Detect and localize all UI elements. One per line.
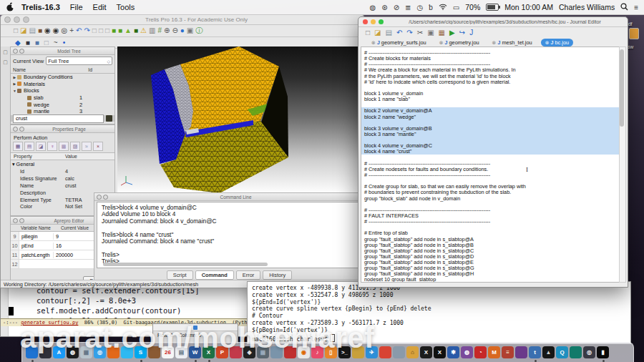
toolbar-icon[interactable]: ⊖ bbox=[172, 27, 177, 34]
notification-center-icon[interactable]: ≡ bbox=[634, 4, 638, 11]
toolbar-icon[interactable]: ◆ bbox=[15, 39, 21, 47]
toolbar-icon[interactable]: □ bbox=[14, 27, 18, 34]
dock-icon[interactable]: M bbox=[488, 346, 500, 358]
scrollbar-thumb[interactable] bbox=[620, 49, 624, 127]
toolbar-icon[interactable]: • bbox=[63, 39, 66, 47]
disclosure-icon[interactable]: ▶ bbox=[12, 82, 17, 86]
toolbar-icon[interactable]: □ bbox=[99, 27, 103, 34]
toolbar-icon[interactable]: ↪ bbox=[459, 29, 465, 36]
toolbar-icon[interactable]: ⓘ bbox=[195, 27, 203, 34]
toolbar-icon[interactable]: ■ bbox=[26, 39, 30, 47]
panel-float-icon[interactable] bbox=[19, 49, 24, 54]
toolbar-icon[interactable]: ◪ bbox=[374, 29, 381, 36]
menu-tools[interactable]: Tools bbox=[117, 3, 135, 11]
panel-float-icon[interactable] bbox=[103, 195, 108, 200]
toolbar-icon[interactable]: ■ bbox=[134, 27, 138, 34]
toolbar-icon[interactable]: ⊕ bbox=[164, 27, 170, 34]
toolbar-icon[interactable]: ▣ bbox=[187, 27, 193, 34]
toolbar-icon[interactable]: ▲ bbox=[125, 27, 132, 34]
toolbar-icon[interactable]: J bbox=[469, 29, 473, 36]
toolbar-icon[interactable]: ■ bbox=[38, 27, 42, 34]
dock-icon[interactable] bbox=[515, 346, 527, 358]
toolbar-icon[interactable]: □ bbox=[92, 27, 97, 34]
close-button[interactable] bbox=[4, 16, 11, 23]
property-row[interactable]: Name crust bbox=[11, 182, 114, 190]
strip-icon[interactable]: ▢ bbox=[3, 49, 8, 55]
dock-icon[interactable]: Q bbox=[556, 346, 568, 358]
toolbar-icon[interactable]: ▥ bbox=[149, 27, 155, 34]
active-app-name[interactable]: Trelis-16.3 bbox=[21, 3, 60, 11]
toolbar-icon[interactable]: ▦ bbox=[439, 29, 445, 36]
action-icon[interactable]: ▩ bbox=[59, 142, 69, 151]
dock-icon[interactable]: ◎ bbox=[583, 346, 595, 358]
dock-icon[interactable] bbox=[570, 346, 582, 358]
action-icon[interactable]: × bbox=[93, 142, 103, 151]
action-icon[interactable]: ▤ bbox=[24, 142, 34, 151]
filter-icon[interactable] bbox=[106, 115, 112, 122]
menu-clock[interactable]: Mon 10:00 AM bbox=[504, 3, 553, 11]
tab-close-icon[interactable]: ⊗ bbox=[439, 40, 444, 46]
display-icon[interactable]: ▭ bbox=[453, 4, 459, 11]
toolbar-icon[interactable]: ▶ bbox=[449, 29, 455, 36]
viewport-3d[interactable] bbox=[117, 47, 358, 192]
action-icon[interactable]: ≈ bbox=[82, 142, 92, 151]
toolbar-icon[interactable]: ↶ bbox=[76, 27, 82, 34]
current-view-select[interactable]: Full Tree◇ bbox=[46, 57, 112, 65]
console-tab[interactable]: Script bbox=[167, 270, 193, 280]
status-icon[interactable]: ƅ bbox=[429, 4, 433, 11]
toolbar-icon[interactable]: ▤ bbox=[29, 27, 36, 34]
command-console[interactable]: Trelis>block 4 volume v_domain@CAdded Vo… bbox=[97, 202, 362, 268]
console-tab[interactable]: Error bbox=[236, 270, 260, 280]
toolbar-icon[interactable]: ✂ bbox=[417, 29, 423, 36]
status-icon[interactable]: ⊘ bbox=[394, 4, 399, 11]
toolbar-icon[interactable]: ■ bbox=[35, 39, 39, 47]
user-menu[interactable]: Charles Williams bbox=[559, 3, 615, 11]
toolbar-icon[interactable]: + bbox=[69, 27, 74, 34]
zoom-button[interactable] bbox=[23, 16, 29, 23]
dock-icon[interactable]: ◍ bbox=[461, 346, 473, 358]
dock-icon[interactable]: ▮ bbox=[597, 346, 609, 358]
trelis-titlebar[interactable]: Trelis Pro 16.3 - For Academic Use Only bbox=[1, 15, 364, 25]
dock-icon[interactable]: ◔ bbox=[474, 346, 487, 358]
tree-row[interactable]: ▼ Blocks bbox=[11, 87, 114, 94]
toolbar-icon[interactable]: ■ bbox=[112, 27, 116, 34]
toolbar-icon[interactable]: ↷ bbox=[406, 29, 412, 36]
toolbar-icon[interactable]: ↷ bbox=[84, 27, 89, 34]
tree-row[interactable]: ▶ Materials bbox=[11, 81, 114, 88]
tree-row[interactable]: wedge 2 bbox=[11, 101, 114, 108]
panel-float-icon[interactable] bbox=[19, 127, 24, 132]
desktop-file-icon[interactable] bbox=[629, 28, 639, 39]
toolbar-icon[interactable]: ⚠ bbox=[140, 27, 147, 34]
disclosure-icon[interactable]: ▼ bbox=[12, 89, 17, 93]
toolbar-icon[interactable]: ▣ bbox=[427, 29, 434, 36]
action-icon[interactable]: ▦ bbox=[13, 142, 23, 151]
dock-icon[interactable] bbox=[379, 346, 391, 358]
toolbar-icon[interactable]: ◉ bbox=[44, 27, 51, 34]
tab-close-icon[interactable]: ⊗ bbox=[492, 40, 497, 46]
journal-titlebar[interactable]: /Users/charlesw/cig/source/pylith/exampl… bbox=[358, 17, 628, 27]
property-row[interactable]: Idless Signature calc bbox=[11, 175, 114, 182]
spotlight-search-icon[interactable] bbox=[620, 3, 628, 12]
panel-close-icon[interactable] bbox=[97, 195, 102, 200]
status-icon[interactable]: ◷ bbox=[416, 4, 423, 11]
journal-tab[interactable]: ⊗ J bc.jou bbox=[541, 39, 574, 47]
dock-icon[interactable]: ≡ bbox=[502, 346, 514, 358]
tab-close-icon[interactable]: ⊗ bbox=[545, 40, 550, 46]
toolbar-icon[interactable]: ▤ bbox=[386, 29, 392, 36]
toolbar-icon[interactable]: ■ bbox=[118, 27, 122, 34]
dock-icon[interactable]: X bbox=[434, 346, 446, 358]
action-icon[interactable]: ♀ bbox=[47, 142, 57, 151]
panel-close-icon[interactable] bbox=[13, 49, 18, 54]
panel-close-icon[interactable] bbox=[13, 127, 18, 132]
wifi-icon[interactable] bbox=[439, 3, 447, 11]
tab-close-icon[interactable]: ⊗ bbox=[371, 40, 376, 46]
dock-icon[interactable] bbox=[393, 346, 405, 358]
menu-edit[interactable]: Edit bbox=[93, 3, 107, 11]
toolbar-icon[interactable]: □ bbox=[105, 27, 109, 34]
toolbar-icon[interactable]: ● bbox=[180, 27, 185, 34]
tree-row[interactable]: slab 1 bbox=[11, 94, 114, 102]
journal-tab[interactable]: ⊗ J geometry.jou bbox=[435, 39, 484, 47]
horizontal-scrollbar[interactable] bbox=[103, 263, 268, 266]
toolbar-icon[interactable]: ◎ bbox=[61, 27, 67, 34]
toolbar-icon[interactable]: ◉ bbox=[53, 27, 59, 34]
